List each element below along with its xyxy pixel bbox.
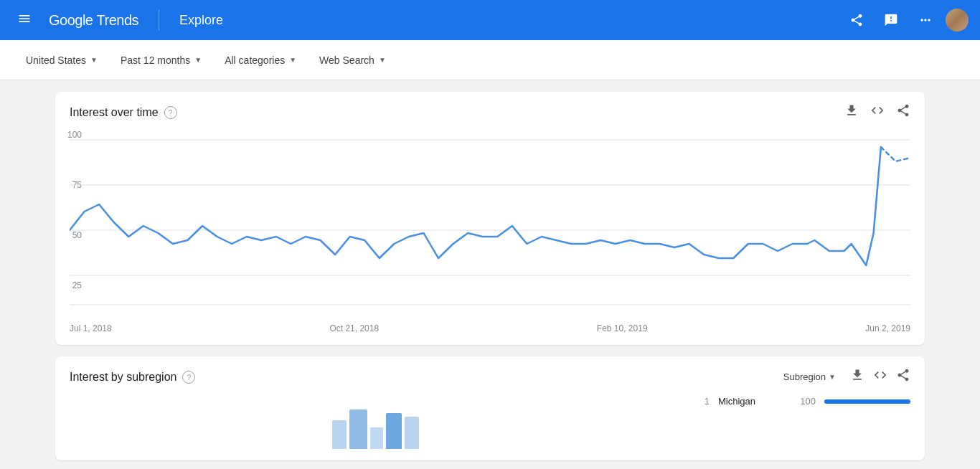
subregion-map xyxy=(70,392,681,449)
region-label: United States xyxy=(26,55,86,66)
subregion-item-1: 1 Michigan 100 xyxy=(695,392,910,411)
subregion-score-1: 100 xyxy=(794,396,816,407)
main-content: Interest over time ? xyxy=(38,80,942,469)
menu-icon[interactable] xyxy=(11,6,37,35)
card-header-subregion: Interest by subregion ? Subregion ▼ xyxy=(55,356,925,392)
subregion-type-dropdown[interactable]: Subregion ▼ xyxy=(778,369,842,385)
time-arrow-icon: ▼ xyxy=(194,56,202,64)
subregion-bar-container-1 xyxy=(824,399,910,404)
user-avatar[interactable] xyxy=(946,9,969,32)
subregion-share-icon[interactable] xyxy=(896,368,910,386)
header-divider xyxy=(159,10,159,30)
card-actions xyxy=(844,103,910,121)
app-header: Google Trends Explore xyxy=(0,0,980,40)
feedback-icon[interactable] xyxy=(877,6,905,34)
card-title-row: Interest over time ? xyxy=(70,106,177,119)
subregion-dropdown-arrow: ▼ xyxy=(829,373,836,381)
category-filter[interactable]: All categories ▼ xyxy=(216,49,305,72)
chart-container: 100 75 50 25 xyxy=(55,127,925,345)
map-bar-1 xyxy=(332,420,347,449)
subregion-help-icon[interactable]: ? xyxy=(182,371,195,384)
interest-by-subregion-card: Interest by subregion ? Subregion ▼ xyxy=(55,356,925,460)
subregion-bar-fill-1 xyxy=(824,399,910,404)
map-bar-4 xyxy=(386,413,402,449)
subregion-title-row: Interest by subregion ? xyxy=(70,371,195,384)
region-filter[interactable]: United States ▼ xyxy=(17,49,106,72)
map-bar-2 xyxy=(349,409,367,449)
header-explore-label: Explore xyxy=(179,13,223,28)
filter-bar: United States ▼ Past 12 months ▼ All cat… xyxy=(0,40,980,80)
share-icon[interactable] xyxy=(842,6,871,34)
help-icon[interactable]: ? xyxy=(164,106,177,119)
chart-svg-wrapper: Jul 1, 2018 Oct 21, 2018 Feb 10, 2019 Ju… xyxy=(70,133,910,333)
search-type-filter[interactable]: Web Search ▼ xyxy=(311,49,395,72)
subregion-download-icon[interactable] xyxy=(850,368,864,386)
subregion-embed-icon[interactable] xyxy=(873,368,887,386)
x-label-jul: Jul 1, 2018 xyxy=(70,323,112,333)
embed-icon[interactable] xyxy=(870,103,885,121)
download-icon[interactable] xyxy=(844,103,859,121)
card-header-interest: Interest over time ? xyxy=(55,92,925,127)
subregion-type-label: Subregion xyxy=(783,371,826,382)
map-bar-5 xyxy=(405,417,419,449)
subregion-content: 1 Michigan 100 xyxy=(55,392,925,460)
x-axis-labels: Jul 1, 2018 Oct 21, 2018 Feb 10, 2019 Ju… xyxy=(70,321,910,333)
logo-google: Google Trends xyxy=(49,12,138,29)
subregion-title: Interest by subregion xyxy=(70,371,176,384)
subregion-header-right: Subregion ▼ xyxy=(778,368,910,386)
share-chart-icon[interactable] xyxy=(896,103,910,121)
subregion-rank-1: 1 xyxy=(695,396,710,407)
subregion-list: 1 Michigan 100 xyxy=(681,392,910,449)
interest-over-time-card: Interest over time ? xyxy=(55,92,925,345)
map-bar-3 xyxy=(370,427,383,449)
apps-icon[interactable] xyxy=(911,6,940,34)
region-arrow-icon: ▼ xyxy=(90,56,98,64)
search-type-arrow-icon: ▼ xyxy=(379,56,386,64)
time-label: Past 12 months xyxy=(121,55,190,66)
map-bars xyxy=(332,409,419,449)
category-label: All categories xyxy=(225,55,285,66)
x-label-oct: Oct 21, 2018 xyxy=(329,323,379,333)
category-arrow-icon: ▼ xyxy=(289,56,296,64)
trend-chart xyxy=(70,133,910,319)
x-label-feb: Feb 10, 2019 xyxy=(597,323,648,333)
x-label-jun: Jun 2, 2019 xyxy=(865,323,910,333)
header-actions xyxy=(842,6,969,34)
time-filter[interactable]: Past 12 months ▼ xyxy=(112,49,210,72)
interest-over-time-title: Interest over time xyxy=(70,106,159,119)
app-logo: Google Trends xyxy=(49,12,138,29)
subregion-name-1: Michigan xyxy=(718,396,786,407)
search-type-label: Web Search xyxy=(319,55,374,66)
